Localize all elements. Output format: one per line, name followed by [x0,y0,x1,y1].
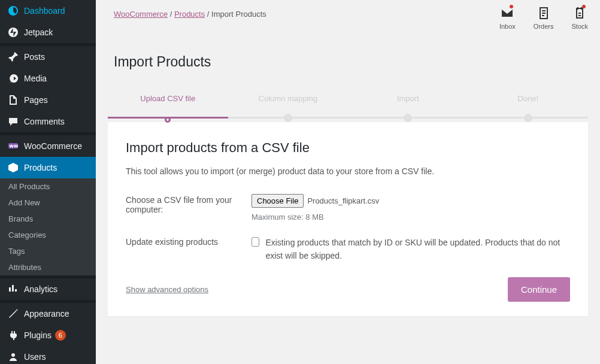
dashboard-icon [7,5,19,17]
sidebar-label: Comments [24,117,65,126]
sidebar-label: Dashboard [24,6,65,16]
breadcrumb: WooCommerce / Products / Import Products [114,6,499,19]
jetpack-icon [7,26,19,38]
step-dot-icon [284,114,292,122]
media-icon [7,72,19,84]
breadcrumb-sep: / [168,10,174,19]
step-done: Done! [468,94,589,122]
step-upload: Upload CSV file [108,94,228,122]
step-import: Import [348,94,468,122]
comment-icon [7,116,19,128]
step-dot-icon [404,114,412,122]
products-icon [7,162,19,174]
sidebar-label: Posts [24,52,45,62]
sidebar-item-jetpack[interactable]: Jetpack [0,22,96,43]
sidebar-label: Analytics [24,284,57,294]
main-content: WooCommerce / Products / Import Products… [96,0,600,364]
sidebar-label: Plugins [24,330,51,340]
sidebar-item-woocommerce[interactable]: WooCommerce [0,135,96,157]
sidebar-label: Jetpack [24,28,53,37]
top-icon-label: Stock [571,23,588,30]
sidebar-label: Appearance [24,309,69,318]
file-field-label: Choose a CSV file from your computer: [126,194,251,222]
page-title: Import Products [96,36,600,82]
step-label: Upload CSV file [108,94,228,103]
submenu-item-brands[interactable]: Brands [0,211,96,227]
show-advanced-link[interactable]: Show advanced options [126,285,208,294]
card-footer: Show advanced options Continue [126,277,570,302]
step-column-mapping: Column mapping [228,94,349,122]
sidebar-item-dashboard[interactable]: Dashboard [0,0,96,22]
top-icon-stock[interactable]: Stock [571,6,588,30]
continue-button[interactable]: Continue [508,277,570,302]
svg-point-0 [8,28,18,37]
step-dot-icon [165,117,171,123]
admin-sidebar: Dashboard Jetpack Posts Media Pages Comm… [0,0,96,364]
topbar: WooCommerce / Products / Import Products… [96,0,600,36]
top-icons: Inbox Orders Stock [499,6,588,30]
sidebar-item-posts[interactable]: Posts [0,46,96,68]
import-card: Import products from a CSV file This too… [108,122,588,316]
card-title: Import products from a CSV file [126,140,570,156]
appearance-icon [7,308,19,320]
sidebar-item-products[interactable]: Products [0,157,96,178]
submenu-products: All Products Add New Brands Categories T… [0,178,96,275]
breadcrumb-link-woocommerce[interactable]: WooCommerce [114,10,168,19]
update-description: Existing products that match by ID or SK… [265,236,570,263]
orders-icon [537,6,551,20]
sidebar-item-plugins[interactable]: Plugins 6 [0,324,96,346]
top-icon-inbox[interactable]: Inbox [499,6,516,30]
submenu-item-all-products[interactable]: All Products [0,178,96,195]
breadcrumb-sep: / [205,10,211,19]
sidebar-item-media[interactable]: Media [0,68,96,89]
mail-icon [500,6,514,20]
form-row-file: Choose a CSV file from your computer: Ch… [126,194,570,222]
sidebar-item-appearance[interactable]: Appearance [0,303,96,324]
choose-file-button[interactable]: Choose File [251,194,304,208]
users-icon [7,351,19,363]
update-existing-checkbox[interactable] [251,237,259,247]
submenu-item-categories[interactable]: Categories [0,227,96,243]
notification-dot [582,5,586,8]
sidebar-label: Users [24,352,46,362]
sidebar-label: Media [24,74,47,83]
analytics-icon [7,283,19,295]
step-label: Done! [468,94,589,103]
sidebar-label: Products [24,163,57,172]
top-icon-label: Inbox [499,23,516,30]
form-row-update: Update existing products Existing produc… [126,236,570,263]
card-description: This tool allows you to import (or merge… [126,166,570,176]
step-dot-icon [524,114,532,122]
submenu-item-add-new[interactable]: Add New [0,195,96,211]
submenu-item-tags[interactable]: Tags [0,243,96,259]
sidebar-item-analytics[interactable]: Analytics [0,278,96,300]
selected-file-name: Products_flipkart.csv [307,196,379,205]
breadcrumb-current: Import Products [211,10,266,19]
plugins-icon [7,329,19,341]
step-label: Import [348,94,468,103]
pin-icon [7,51,19,63]
submenu-item-attributes[interactable]: Attributes [0,259,96,275]
svg-point-4 [11,353,15,357]
import-stepper: Upload CSV file Column mapping Import Do… [108,94,588,122]
step-label: Column mapping [228,94,349,103]
top-icon-orders[interactable]: Orders [534,6,554,30]
top-icon-label: Orders [534,23,554,30]
sidebar-label: Pages [24,95,48,105]
breadcrumb-link-products[interactable]: Products [174,10,205,19]
sidebar-label: WooCommerce [24,141,82,151]
stock-icon [572,6,587,20]
page-icon [7,94,19,106]
file-size-hint: Maximum size: 8 MB [251,213,570,222]
sidebar-item-pages[interactable]: Pages [0,89,96,111]
update-field-label: Update existing products [126,236,251,263]
woocommerce-icon [7,140,19,152]
notification-dot [510,5,513,8]
sidebar-item-users[interactable]: Users [0,346,96,364]
sidebar-item-comments[interactable]: Comments [0,111,96,132]
plugins-badge: 6 [55,330,66,341]
